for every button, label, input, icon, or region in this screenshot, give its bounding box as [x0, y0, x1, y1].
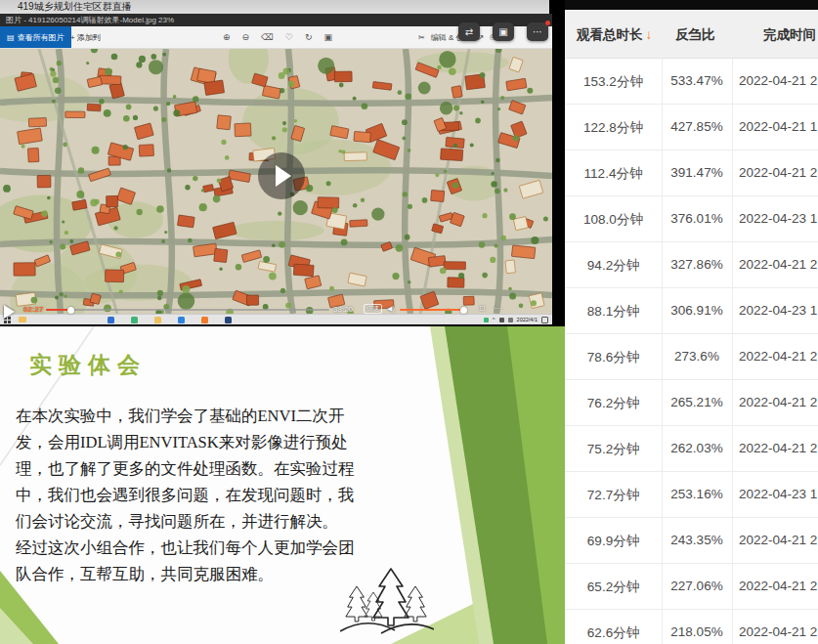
watch-duration-cell: 153.2分钟: [565, 73, 662, 91]
delete-icon[interactable]: ⌫: [261, 32, 274, 42]
table-row[interactable]: 78.6分钟273.6%2022-04-21 2: [565, 334, 818, 380]
overlay-camera-icon: ▣: [498, 26, 507, 37]
rewatch-ratio-cell: 262.03%: [662, 441, 732, 455]
view-all-photos-button[interactable]: ▤ 查看所有图片: [0, 26, 71, 48]
progress-bar[interactable]: [46, 309, 329, 311]
watch-duration-cell: 69.9分钟: [565, 533, 662, 550]
duration-label: 38:20: [333, 305, 353, 314]
presentation-slide: 实验体会 在本次实验中，我们学会了基础的ENVI二次开发，会用IDL调用ENVI…: [0, 326, 565, 644]
completion-time-cell: 2022-04-21 2: [739, 441, 817, 455]
volume-slider[interactable]: [400, 309, 464, 311]
plus-icon: +: [70, 33, 75, 42]
table-row[interactable]: 69.9分钟243.35%2022-04-21 2: [565, 518, 818, 564]
player-controls: 02:27 38:20 倍速 ◀) ⊡ ⋯: [0, 304, 552, 317]
rewatch-ratio-cell: 273.6%: [662, 349, 732, 364]
sort-desc-icon[interactable]: ↓: [646, 27, 653, 42]
player-more-icon[interactable]: ⋯: [495, 304, 502, 313]
watch-duration-cell: 78.6分钟: [565, 349, 662, 366]
photos-tool-icons: ⊕ ⊖ ⌫ ♡ ↻ ▣: [223, 26, 332, 48]
completion-time-cell: 2022-04-21 2: [739, 395, 817, 409]
completion-time-cell: 2022-04-21 2: [739, 73, 817, 88]
column-divider-1: [662, 59, 663, 644]
playback-speed-button[interactable]: 倍速: [364, 304, 382, 314]
volume-handle[interactable]: [460, 307, 467, 314]
watch-duration-cell: 76.2分钟: [565, 395, 662, 412]
slide-title: 实验体会: [29, 350, 147, 380]
table-row[interactable]: 76.2分钟265.21%2022-04-21 2: [565, 380, 818, 426]
table-row[interactable]: 75.2分钟262.03%2022-04-21 2: [565, 426, 818, 472]
taskbar-clock[interactable]: 2022/4/1: [517, 317, 538, 322]
overlay-more-button[interactable]: ⋯: [527, 22, 548, 41]
table-row[interactable]: 108.0分钟376.01%2022-04-23 1: [565, 196, 818, 242]
tray-icon-1[interactable]: [499, 318, 504, 322]
completion-time-cell: 2022-04-23 1: [739, 487, 817, 501]
app-icon-firefox[interactable]: [201, 317, 208, 323]
table-row[interactable]: 88.1分钟306.91%2022-04-23 1: [565, 288, 818, 334]
view-all-photos-label: 查看所有图片: [18, 32, 65, 43]
slide-body-text: 在本次实验中，我们学会了基础的ENVI二次开发，会用IDL调用ENVITASK来…: [16, 403, 367, 587]
completion-time-cell: 2022-04-21 2: [739, 533, 817, 547]
play-button[interactable]: [258, 152, 305, 199]
app-icon-blue[interactable]: [108, 317, 114, 323]
table-row[interactable]: 94.2分钟327.86%2022-04-21 2: [565, 242, 818, 288]
completion-time-cell: 2022-04-23 1: [739, 303, 817, 318]
table-row[interactable]: 65.2分钟227.06%2022-04-21 2: [565, 564, 818, 610]
video-player[interactable]: 图片 - 419126050214调辐射效果-Model.jpg 23% ▤ 查…: [0, 14, 552, 324]
header-completion-time[interactable]: 完成时间: [763, 26, 816, 44]
file-explorer-icon[interactable]: [19, 317, 26, 322]
play-icon[interactable]: [4, 305, 15, 319]
favorite-icon[interactable]: ♡: [285, 32, 293, 42]
column-divider-2: [732, 59, 733, 644]
rewatch-ratio-cell: 218.05%: [662, 624, 732, 639]
rewatch-ratio-cell: 253.16%: [662, 487, 732, 501]
rewatch-ratio-cell: 327.86%: [662, 257, 732, 272]
watch-duration-cell: 112.4分钟: [565, 165, 662, 183]
watch-stats-table: 观看总时长↓ 反刍比 完成时间 153.2分钟533.47%2022-04-21…: [565, 0, 818, 644]
rewatch-ratio-cell: 306.91%: [662, 303, 732, 318]
slide-paragraph-2: 经过这次小组合作，也让我们每个人更加学会团队合作，互帮互助，共同克服困难。: [16, 535, 367, 587]
header-watch-duration[interactable]: 观看总时长↓: [577, 26, 652, 44]
fullscreen-icon[interactable]: ⊡: [479, 304, 486, 313]
table-top-gap: [565, 0, 818, 10]
overlay-share-icon: ⇄: [465, 26, 473, 37]
rewatch-ratio-cell: 533.47%: [662, 73, 732, 88]
system-tray: ^ 2022/4/1: [484, 317, 548, 323]
watch-duration-cell: 94.2分钟: [565, 257, 662, 275]
completion-time-cell: 2022-04-21 2: [739, 165, 817, 180]
overlay-share-button[interactable]: ⇄: [458, 22, 480, 41]
app-icon-folder[interactable]: [154, 317, 161, 323]
watch-duration-cell: 62.6分钟: [565, 624, 662, 642]
overlay-camera-button[interactable]: ▣: [493, 22, 514, 41]
app-icon-browser[interactable]: [178, 317, 185, 323]
progress-handle[interactable]: [67, 307, 74, 314]
watch-duration-cell: 75.2分钟: [565, 441, 662, 458]
crop-icon[interactable]: ▣: [323, 32, 332, 42]
table-row[interactable]: 72.7分钟253.16%2022-04-23 1: [565, 472, 818, 518]
app-icon-photos[interactable]: [225, 317, 232, 323]
table-row[interactable]: 153.2分钟533.47%2022-04-21 2: [565, 59, 818, 105]
header-rewatch-ratio[interactable]: 反刍比: [675, 26, 715, 44]
app-icon-wechat[interactable]: [131, 317, 138, 323]
watch-duration-cell: 72.7分钟: [565, 487, 662, 504]
current-time: 02:27: [23, 305, 43, 314]
slide-paragraph-1: 在本次实验中，我们学会了基础的ENVI二次开发，会用IDL调用ENVITASK来…: [16, 403, 367, 535]
table-row[interactable]: 122.8分钟427.85%2022-04-21 1: [565, 105, 818, 150]
zoom-in-icon[interactable]: ⊕: [223, 32, 231, 42]
rewatch-ratio-cell: 265.21%: [662, 395, 732, 409]
edit-icon[interactable]: ✂: [418, 33, 425, 42]
add-to-button[interactable]: + 添加到: [65, 26, 107, 48]
completion-time-cell: 2022-04-21 2: [739, 579, 817, 593]
tray-icon-green[interactable]: [484, 318, 489, 322]
stream-overlay-buttons: ⇄ ▣ ⋯: [458, 22, 548, 41]
tray-icon-2[interactable]: [508, 318, 513, 322]
overlay-more-icon: ⋯: [533, 26, 542, 37]
zoom-out-icon[interactable]: ⊖: [242, 32, 250, 42]
table-row[interactable]: 62.6分钟218.05%2022-04-21 2: [565, 610, 818, 644]
action-center-icon[interactable]: [541, 317, 548, 323]
volume-icon[interactable]: ◀): [387, 305, 395, 313]
rotate-icon[interactable]: ↻: [305, 32, 313, 42]
table-row[interactable]: 112.4分钟391.47%2022-04-21 2: [565, 150, 818, 196]
watch-duration-cell: 88.1分钟: [565, 303, 662, 321]
stream-window-title: 419城乡规划住宅区群直播: [0, 0, 549, 14]
tray-expand-icon[interactable]: ^: [493, 317, 495, 322]
